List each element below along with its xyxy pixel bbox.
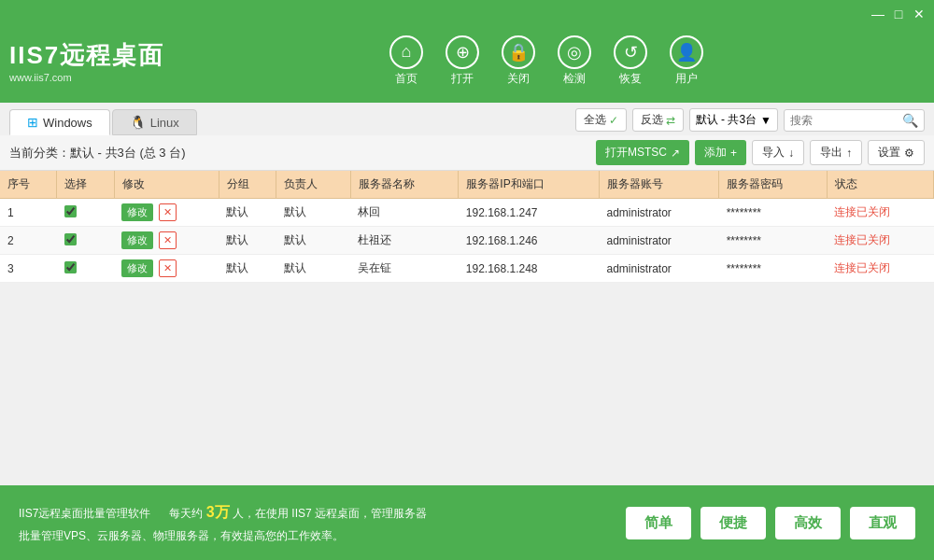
cell-group: 默认	[219, 199, 276, 227]
import-icon: ↓	[788, 147, 794, 160]
open-mstsc-label: 打开MSTSC	[605, 145, 667, 161]
delete-button[interactable]: ✕	[159, 259, 177, 277]
col-header-name: 服务器名称	[350, 171, 459, 199]
nav-close[interactable]: 🔒 关闭	[495, 35, 542, 87]
cell-checkbox[interactable]	[57, 199, 115, 227]
nav-home[interactable]: ⌂ 首页	[383, 35, 430, 87]
group-selector[interactable]: 默认 - 共3台 ▼	[689, 108, 778, 132]
cell-status: 连接已关闭	[827, 227, 933, 255]
table-row: 2 修改 ✕ 默认 默认 杜祖还 192.168.1.246 administr…	[0, 227, 934, 255]
tab-linux[interactable]: 🐧 Linux	[112, 109, 197, 135]
row-checkbox[interactable]	[64, 261, 77, 273]
tab-windows-label: Windows	[43, 116, 92, 130]
tab-windows[interactable]: ⊞ Windows	[9, 109, 110, 135]
windows-icon: ⊞	[27, 115, 38, 130]
cell-edit[interactable]: 修改 ✕	[114, 199, 219, 227]
cell-owner: 默认	[276, 255, 351, 283]
row-checkbox[interactable]	[64, 205, 77, 217]
add-icon: +	[730, 147, 737, 160]
chevron-down-icon: ▼	[760, 114, 771, 127]
invert-icon: ⇄	[666, 114, 675, 127]
toolbar: 当前分类：默认 - 共3台 (总 3 台) 打开MSTSC ↗ 添加 + 导入 …	[0, 135, 934, 171]
select-all-button[interactable]: 全选 ✓	[575, 108, 627, 132]
col-header-owner: 负责人	[276, 171, 351, 199]
cell-owner: 默认	[276, 199, 351, 227]
col-header-group: 分组	[219, 171, 276, 199]
tabs-right: 全选 ✓ 反选 ⇄ 默认 - 共3台 ▼ 🔍	[575, 108, 925, 135]
linux-icon: 🐧	[130, 115, 146, 130]
footer-buttons: 简单 便捷 高效 直观	[626, 507, 915, 539]
nav-restore-label: 恢复	[619, 71, 642, 87]
cell-checkbox[interactable]	[57, 255, 115, 283]
footer-btn-simple[interactable]: 简单	[626, 507, 691, 539]
delete-button[interactable]: ✕	[159, 203, 177, 221]
tabs-left: ⊞ Windows 🐧 Linux	[9, 109, 197, 135]
tabs-bar: ⊞ Windows 🐧 Linux 全选 ✓ 反选 ⇄ 默认 - 共3台 ▼	[0, 103, 934, 135]
cell-id: 3	[0, 255, 57, 283]
export-label: 导出	[820, 145, 842, 161]
footer-text: IIS7远程桌面批量管理软件 每天约 3万 人，在使用 IIS7 远程桌面，管理…	[19, 499, 427, 546]
cell-account: administrator	[599, 255, 718, 283]
open-icon: ⊕	[446, 35, 479, 69]
close-button[interactable]: ✕	[912, 7, 927, 21]
table-row: 3 修改 ✕ 默认 默认 吴在钲 192.168.1.248 administr…	[0, 255, 934, 283]
search-box: 🔍	[784, 109, 925, 132]
cell-password: ********	[719, 255, 828, 283]
minimize-button[interactable]: —	[870, 7, 885, 21]
col-header-status: 状态	[827, 171, 933, 199]
cell-account: administrator	[599, 227, 718, 255]
footer-line1: IIS7远程桌面批量管理软件 每天约 3万 人，在使用 IIS7 远程桌面，管理…	[19, 499, 427, 526]
cell-ip: 192.168.1.246	[459, 227, 600, 255]
footer-btn-efficient[interactable]: 高效	[775, 507, 841, 539]
cell-id: 2	[0, 227, 57, 255]
external-link-icon: ↗	[671, 147, 680, 160]
footer-btn-visual[interactable]: 直观	[850, 507, 915, 539]
edit-button[interactable]: 修改	[121, 259, 153, 277]
cell-checkbox[interactable]	[57, 227, 115, 255]
add-label: 添加	[704, 145, 727, 161]
nav-detect-label: 检测	[563, 71, 586, 87]
gear-icon: ⚙	[904, 147, 914, 160]
row-checkbox[interactable]	[64, 233, 77, 245]
server-table: 序号 选择 修改 分组 负责人 服务器名称 服务器IP和端口 服务器账号 服务器…	[0, 171, 934, 283]
cell-edit[interactable]: 修改 ✕	[114, 227, 219, 255]
header: IIS7远程桌面 www.iis7.com ⌂ 首页 ⊕ 打开 🔒 关闭 ◎ 检…	[0, 28, 934, 103]
restore-icon: ↺	[614, 35, 647, 69]
settings-button[interactable]: 设置 ⚙	[868, 140, 925, 165]
search-input[interactable]	[790, 114, 902, 127]
import-button[interactable]: 导入 ↓	[752, 140, 804, 165]
cell-edit[interactable]: 修改 ✕	[114, 255, 219, 283]
cell-password: ********	[719, 227, 828, 255]
invert-select-label: 反选	[641, 112, 663, 128]
cell-server-name: 杜祖还	[350, 227, 459, 255]
nav-home-label: 首页	[395, 71, 417, 87]
export-icon: ↑	[846, 147, 852, 160]
invert-select-button[interactable]: 反选 ⇄	[632, 108, 684, 132]
server-table-wrapper: 序号 选择 修改 分组 负责人 服务器名称 服务器IP和端口 服务器账号 服务器…	[0, 171, 934, 283]
col-header-account: 服务器账号	[599, 171, 718, 199]
select-all-icon: ✓	[609, 114, 618, 127]
edit-button[interactable]: 修改	[121, 203, 153, 221]
nav-restore[interactable]: ↺ 恢复	[607, 35, 654, 87]
search-icon: 🔍	[902, 113, 918, 128]
footer: IIS7远程桌面批量管理软件 每天约 3万 人，在使用 IIS7 远程桌面，管理…	[0, 485, 934, 560]
nav-user[interactable]: 👤 用户	[663, 35, 710, 87]
col-header-id: 序号	[0, 171, 57, 199]
import-label: 导入	[762, 145, 785, 161]
home-icon: ⌂	[389, 35, 423, 69]
select-all-label: 全选	[584, 112, 606, 128]
nav-open[interactable]: ⊕ 打开	[439, 35, 486, 87]
current-group-label: 当前分类：默认 - 共3台 (总 3 台)	[9, 145, 186, 161]
delete-button[interactable]: ✕	[159, 231, 177, 249]
footer-daily-suffix: 人，在使用 IIS7 远程桌面，管理服务器	[233, 507, 427, 520]
nav-detect[interactable]: ◎ 检测	[551, 35, 598, 87]
edit-button[interactable]: 修改	[121, 231, 153, 249]
export-button[interactable]: 导出 ↑	[810, 140, 862, 165]
add-button[interactable]: 添加 +	[695, 140, 746, 165]
nav-open-label: 打开	[451, 71, 474, 87]
open-mstsc-button[interactable]: 打开MSTSC ↗	[596, 140, 689, 165]
maximize-button[interactable]: □	[891, 7, 906, 21]
footer-highlight: 3万	[206, 504, 230, 520]
footer-btn-convenient[interactable]: 便捷	[700, 507, 766, 539]
cell-id: 1	[0, 199, 57, 227]
